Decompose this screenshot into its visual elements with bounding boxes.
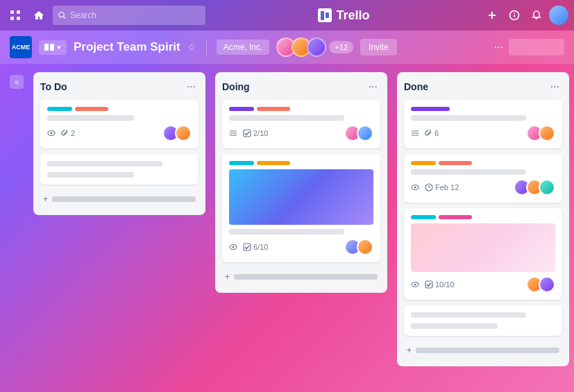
card-assignees	[344, 239, 373, 255]
assignee-avatar	[175, 125, 192, 142]
card-eye	[411, 280, 419, 289]
label-red	[257, 107, 290, 111]
invite-button[interactable]: Invite	[360, 39, 397, 56]
card-labels	[411, 161, 555, 165]
card-paperclip: 2	[61, 129, 75, 137]
add-button[interactable]	[482, 6, 502, 25]
member-avatar[interactable]	[307, 37, 326, 57]
search-bar[interactable]	[53, 6, 205, 25]
card-title-line-2	[47, 172, 134, 178]
card-meta: 6	[411, 129, 439, 137]
svg-rect-3	[17, 17, 20, 20]
card-assignees	[162, 125, 192, 142]
label-purple	[411, 107, 450, 111]
more-options-button[interactable]: ···	[494, 41, 503, 53]
card-date: Feb 12	[425, 183, 459, 191]
card-done-3[interactable]: 10/10	[404, 208, 562, 300]
card-todo-1[interactable]: 2	[40, 100, 199, 148]
assignee-avatar	[539, 125, 555, 142]
list-menu-todo[interactable]: ···	[184, 79, 199, 94]
card-labels	[47, 107, 192, 111]
list-header-todo: To Do ···	[40, 79, 199, 94]
star-icon[interactable]: ☆	[187, 42, 196, 53]
svg-rect-21	[244, 244, 251, 250]
card-title-line	[47, 161, 162, 167]
add-card-todo[interactable]: +	[40, 190, 199, 208]
assignee-avatar	[539, 179, 555, 196]
card-checklist: 10/10	[425, 280, 455, 289]
svg-point-20	[233, 246, 235, 248]
card-eye	[229, 243, 237, 251]
acme-logo: ACME	[10, 36, 32, 58]
card-meta: 6/10	[229, 243, 268, 251]
card-footer: Feb 12	[411, 179, 555, 196]
member-count[interactable]: +12	[329, 41, 353, 53]
board-view-toggle[interactable]: ▾	[39, 40, 67, 55]
org-badge[interactable]: Acme, Inc.	[217, 40, 270, 55]
add-card-doing[interactable]: +	[222, 268, 380, 286]
home-icon[interactable]	[29, 6, 49, 25]
card-footer: 6	[411, 125, 555, 142]
card-list-icon	[229, 129, 237, 137]
card-list-icon	[411, 129, 419, 137]
svg-point-14	[51, 133, 53, 135]
list-menu-done[interactable]: ···	[548, 79, 562, 94]
sidebar-toggle: «	[10, 72, 24, 89]
add-card-line	[52, 196, 196, 202]
member-avatars: +12	[276, 37, 353, 57]
svg-rect-12	[50, 44, 54, 51]
checklist-count: 10/10	[435, 280, 455, 289]
list-title-doing: Doing	[222, 81, 250, 92]
notification-bell[interactable]	[527, 6, 546, 25]
card-done-4[interactable]	[404, 305, 562, 336]
list-menu-doing[interactable]: ···	[366, 79, 380, 94]
info-button[interactable]	[505, 6, 524, 25]
card-doing-2[interactable]: 6/10	[222, 154, 380, 262]
card-assignees	[526, 125, 555, 142]
top-navigation: Trello	[0, 0, 574, 31]
label-purple	[229, 107, 254, 111]
card-image	[229, 169, 373, 225]
card-image-pink	[411, 223, 555, 272]
card-footer: 2/10	[229, 125, 373, 142]
svg-rect-1	[17, 10, 20, 14]
add-icon: +	[407, 346, 412, 355]
card-title-line	[229, 115, 344, 121]
svg-point-10	[514, 12, 515, 14]
label-yellow	[411, 161, 436, 165]
card-title-line	[411, 169, 526, 175]
card-title-line-2	[411, 323, 498, 329]
card-footer: 10/10	[411, 276, 555, 293]
card-footer: 2	[47, 125, 192, 142]
card-checklist: 2/10	[243, 129, 268, 137]
list-done: Done ···	[397, 72, 569, 366]
collapse-button[interactable]: «	[10, 75, 24, 89]
paperclip-count: 6	[434, 129, 439, 137]
svg-point-4	[59, 12, 64, 17]
label-teal	[47, 107, 72, 111]
user-avatar[interactable]	[549, 6, 568, 25]
card-meta: Feb 12	[411, 183, 459, 191]
card-todo-2[interactable]	[40, 154, 199, 185]
header-right-bar	[509, 39, 564, 56]
label-red	[439, 161, 472, 165]
board-content: « To Do ···	[0, 64, 574, 392]
date-text: Feb 12	[435, 183, 459, 191]
svg-rect-30	[425, 281, 432, 288]
label-pink	[439, 215, 472, 219]
grid-icon[interactable]	[6, 6, 25, 25]
card-title-line	[411, 312, 526, 318]
add-icon: +	[225, 272, 230, 282]
card-done-1[interactable]: 6	[404, 100, 562, 148]
add-card-done[interactable]: +	[404, 341, 562, 359]
card-done-2[interactable]: Feb 12	[404, 154, 562, 203]
card-meta: 2	[47, 129, 75, 137]
card-doing-1[interactable]: 2/10	[222, 100, 380, 148]
search-input[interactable]	[70, 10, 200, 20]
card-meta: 10/10	[411, 280, 455, 289]
label-teal	[411, 215, 436, 219]
checklist-count: 2/10	[253, 129, 268, 137]
card-assignees	[514, 179, 555, 196]
paperclip-count: 2	[71, 129, 75, 137]
checklist-count: 6/10	[253, 243, 268, 251]
